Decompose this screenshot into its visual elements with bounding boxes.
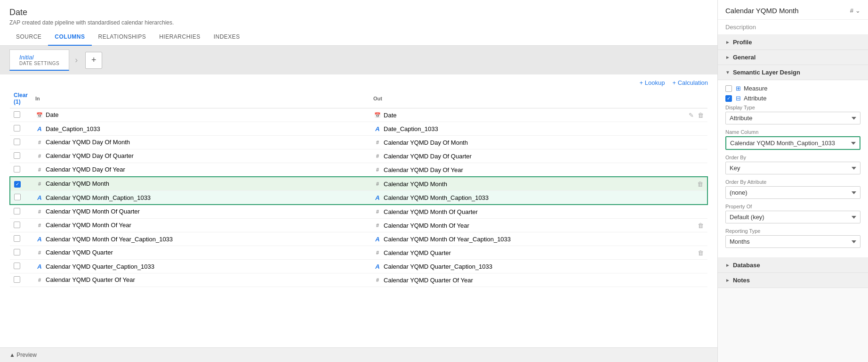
table-area: + Lookup + Calculation Clear (1) In Out … (0, 74, 717, 347)
row-checkbox[interactable] (14, 111, 20, 118)
measure-checkbox[interactable] (725, 85, 732, 92)
table-row-caption: ACalendar YQMD Month_Caption_1033 ACalen… (10, 191, 707, 205)
preview-label: ▲ Preview (9, 352, 37, 358)
data-table: Clear (1) In Out 📅Date 📅Date ✎ (9, 89, 708, 287)
table-row: #Calendar YQMD Quarter #Calendar YQMD Qu… (10, 246, 707, 260)
order-by-label: Order By (725, 155, 860, 160)
row-out: #Calendar YQMD Day Of Quarter (370, 149, 707, 163)
type-hash-icon: # (35, 165, 44, 174)
type-text-icon: A (35, 235, 44, 243)
type-text-icon: A (35, 124, 44, 133)
row-checkbox[interactable] (14, 166, 20, 173)
property-of-select[interactable]: Default (key) (725, 211, 860, 223)
preview-bar[interactable]: ▲ Preview (0, 347, 717, 362)
type-hash-icon: # (35, 207, 44, 216)
order-by-attr-select[interactable]: (none) (725, 186, 860, 199)
property-of-label: Property Of (725, 204, 860, 209)
property-of-group: Property Of Default (key) (725, 204, 860, 223)
section-notes[interactable]: ► Notes (718, 273, 868, 288)
attribute-label[interactable]: ⊟ Attribute (736, 95, 766, 102)
col-header-check: Clear (1) (10, 89, 32, 108)
type-hash-icon: # (373, 165, 382, 174)
row-checkbox[interactable] (14, 222, 20, 228)
tab-indexes[interactable]: INDEXES (207, 29, 247, 46)
chevron-right-icon: ► (725, 263, 730, 268)
table-row: ADate_Caption_1033 ADate_Caption_1033 (10, 122, 707, 136)
pipeline-arrow: › (69, 51, 83, 70)
type-hash-icon: # (373, 152, 382, 160)
section-semantic-layer[interactable]: ▼ Semantic Layer Design (718, 65, 868, 80)
edit-icon[interactable]: ✎ (689, 112, 694, 119)
reporting-type-group: Reporting Type Months Days Quarters Year… (725, 228, 860, 248)
table-toolbar: + Lookup + Calculation (9, 74, 708, 89)
table-row: #Calendar YQMD Month Of Year #Calendar Y… (10, 219, 707, 232)
row-checkbox[interactable] (14, 276, 20, 283)
row-in: #Calendar YQMD Month (32, 177, 370, 191)
pipeline-add-button[interactable]: + (85, 52, 102, 69)
row-checkbox[interactable] (14, 235, 20, 242)
clear-selection[interactable]: Clear (1) (14, 92, 28, 105)
name-column-label: Name Column (725, 129, 860, 135)
calculation-button[interactable]: + Calculation (672, 79, 708, 86)
row-checkbox[interactable] (14, 194, 21, 200)
display-type-group: Display Type Attribute Measure Hidden (725, 105, 860, 124)
row-out: #Calendar YQMD Quarter 🗑 (370, 246, 707, 260)
delete-icon[interactable]: 🗑 (698, 112, 704, 119)
table-row: #Calendar YQMD Day Of Quarter #Calendar … (10, 149, 707, 163)
row-in: ACalendar YQMD Quarter_Caption_1033 (32, 260, 370, 273)
row-out: #Calendar YQMD Day Of Year (370, 163, 707, 177)
type-text-icon: A (373, 124, 382, 133)
tab-hierarchies[interactable]: HIERARCHIES (153, 29, 207, 46)
section-profile[interactable]: ► Profile (718, 35, 868, 50)
type-hash-icon: # (373, 138, 382, 147)
lookup-button[interactable]: + Lookup (640, 79, 665, 86)
attribute-row: ⊟ Attribute (725, 95, 860, 102)
tab-source[interactable]: SOURCE (9, 29, 48, 46)
section-notes-label: Notes (733, 277, 750, 284)
type-hash-icon: # (35, 248, 44, 257)
row-checkbox[interactable] (14, 139, 20, 145)
row-out: 📅Date ✎ 🗑 (370, 108, 707, 122)
row-in: #Calendar YQMD Day Of Year (32, 163, 370, 177)
name-column-select[interactable]: Calendar YQMD Month_Caption_1033 (none) (725, 136, 860, 150)
tab-relationships[interactable]: RELATIONSHIPS (92, 29, 153, 46)
attribute-checkbox[interactable] (725, 95, 732, 102)
reporting-type-select[interactable]: Months Days Quarters Years (725, 235, 860, 248)
tab-columns[interactable]: COLUMNS (48, 29, 91, 46)
row-out: ACalendar YQMD Month Of Year_Caption_103… (370, 232, 707, 246)
chevron-right-icon: ► (725, 40, 730, 45)
row-out: #Calendar YQMD Day Of Month (370, 136, 707, 149)
section-database[interactable]: ► Database (718, 258, 868, 273)
order-by-select[interactable]: Key Name Value (725, 162, 860, 174)
row-checkbox[interactable] (14, 263, 20, 269)
pipeline-step-initial[interactable]: Initial DATE SETTINGS (9, 49, 69, 71)
pipeline-step-bottom: DATE SETTINGS (19, 61, 59, 66)
section-general[interactable]: ► General (718, 50, 868, 65)
measure-label[interactable]: ⊞ Measure (736, 85, 768, 92)
type-hash-icon: # (35, 221, 44, 230)
row-checkbox[interactable] (14, 249, 20, 255)
measure-grid-icon: ⊞ (736, 85, 741, 92)
section-general-label: General (733, 54, 755, 61)
table-row: ACalendar YQMD Quarter_Caption_1033 ACal… (10, 260, 707, 273)
row-checkbox[interactable] (14, 125, 20, 132)
col-header-out: Out (370, 89, 707, 108)
row-checkbox-checked[interactable] (14, 181, 21, 188)
row-out: #Calendar YQMD Month Of Quarter (370, 205, 707, 219)
delete-icon[interactable]: 🗑 (697, 181, 703, 188)
section-database-label: Database (733, 262, 760, 269)
display-type-select[interactable]: Attribute Measure Hidden (725, 112, 860, 124)
type-text-icon: A (373, 235, 382, 243)
row-out: #Calendar YQMD Month 🗑 (370, 177, 707, 191)
table-row: ACalendar YQMD Month Of Year_Caption_103… (10, 232, 707, 246)
delete-icon[interactable]: 🗑 (698, 249, 704, 256)
type-hash-icon: # (35, 180, 44, 188)
row-checkbox[interactable] (14, 208, 20, 214)
table-row: #Calendar YQMD Day Of Month #Calendar YQ… (10, 136, 707, 149)
row-in: #Calendar YQMD Month Of Year (32, 219, 370, 232)
row-out: ACalendar YQMD Month_Caption_1033 (370, 191, 707, 205)
table-row-selected[interactable]: #Calendar YQMD Month #Calendar YQMD Mont… (10, 177, 707, 191)
pipeline-bar: Initial DATE SETTINGS › + (0, 46, 717, 74)
row-checkbox[interactable] (14, 152, 20, 159)
delete-icon[interactable]: 🗑 (698, 222, 704, 229)
